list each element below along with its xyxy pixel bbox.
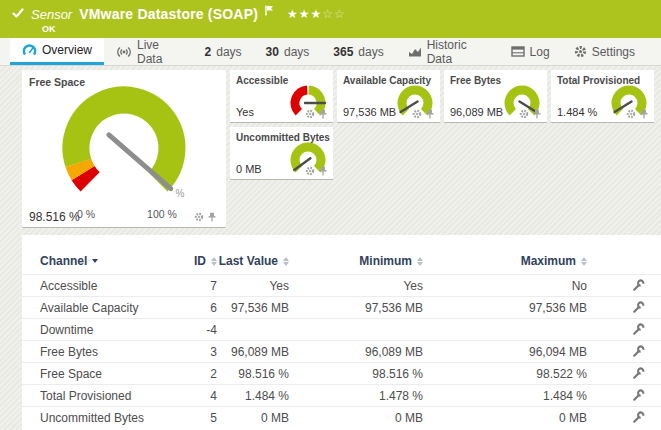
column-label: Maximum (521, 254, 576, 268)
cell-last: 97,536 MB (217, 301, 289, 315)
channel-table-body: Accessible7YesYesNoAvailable Capacity697… (22, 274, 661, 428)
column-header-id[interactable]: ID (162, 254, 217, 268)
log-icon (511, 46, 525, 57)
historic-data-icon (408, 46, 422, 57)
sensor-header: Sensor VMware Datastore (SOAP) ★★★☆☆ OK (0, 0, 661, 38)
wrench-icon[interactable] (632, 345, 645, 358)
object-kind-label: Sensor (31, 7, 72, 22)
pin-icon[interactable] (639, 109, 649, 119)
priority-stars[interactable]: ★★★☆☆ (287, 7, 346, 21)
channel-table-header: ChannelIDLast ValueMinimumMaximum (22, 248, 661, 274)
cell-actions (587, 345, 661, 358)
pin-icon[interactable] (207, 212, 217, 222)
pin-icon[interactable] (318, 166, 328, 176)
gauge-icon (22, 44, 37, 56)
tab-bar: OverviewLive Data2days30days365daysHisto… (0, 38, 661, 66)
column-header-channel[interactable]: Channel (40, 254, 162, 268)
column-header-min[interactable]: Minimum (289, 254, 423, 268)
cell-channel[interactable]: Downtime (40, 323, 162, 337)
status-check-icon (12, 5, 24, 23)
gauge-scale-label: % (175, 188, 184, 199)
tab-number: 30 (266, 45, 279, 59)
gear-icon[interactable] (305, 166, 315, 176)
tab-2-days[interactable]: 2days (193, 38, 254, 65)
table-row: Free Space298.516 %98.516 %98.522 % (22, 362, 661, 384)
cell-id: -4 (162, 323, 217, 337)
gear-icon[interactable] (412, 109, 422, 119)
cell-channel[interactable]: Free Bytes (40, 345, 162, 359)
cell-max: No (423, 279, 587, 293)
stars-empty: ☆☆ (322, 7, 346, 21)
gear-icon[interactable] (305, 109, 315, 119)
tab-label: Overview (42, 43, 92, 57)
gauge-uncommitted-bytes: Uncommitted Bytes0 MB (230, 127, 333, 180)
gauge-value: 0 MB (236, 163, 262, 175)
tab-log[interactable]: Log (499, 38, 562, 65)
table-row: Free Bytes396,089 MB96,089 MB96,094 MB (22, 340, 661, 362)
wrench-icon[interactable] (632, 367, 645, 380)
gauge-value: 96,089 MB (450, 106, 503, 118)
cell-id: 3 (162, 345, 217, 359)
tab-settings[interactable]: Settings (562, 38, 647, 65)
wrench-icon[interactable] (632, 301, 645, 314)
cell-actions (587, 323, 661, 336)
column-label: Last Value (219, 254, 278, 268)
tab-label: days (216, 45, 241, 59)
gauge-value: 1.484 % (557, 106, 597, 118)
gauge-free-bytes: Free Bytes96,089 MB (444, 70, 547, 123)
live-data-icon (116, 46, 132, 58)
channel-table: ChannelIDLast ValueMinimumMaximum Access… (22, 235, 661, 430)
cell-last: 1.484 % (217, 389, 289, 403)
cell-channel[interactable]: Uncommitted Bytes (40, 411, 162, 425)
cell-channel[interactable]: Available Capacity (40, 301, 162, 315)
flag-icon[interactable] (265, 2, 274, 20)
tab-historic-data[interactable]: Historic Data (396, 38, 499, 65)
wrench-icon[interactable] (632, 279, 645, 292)
cell-last: 0 MB (217, 411, 289, 425)
cell-min: 98.516 % (289, 367, 423, 381)
cell-max: 97,536 MB (423, 301, 587, 315)
tab-label: Log (530, 45, 550, 59)
wrench-icon[interactable] (632, 411, 645, 424)
overview-content: Free Space %0 %100 % 98.516 % Accessible… (0, 66, 661, 430)
pin-icon[interactable] (425, 109, 435, 119)
cell-channel[interactable]: Free Space (40, 367, 162, 381)
table-row: Total Provisioned41.484 %1.478 %1.484 % (22, 384, 661, 406)
pin-icon[interactable] (318, 109, 328, 119)
gear-icon[interactable] (194, 212, 204, 222)
cell-actions (587, 301, 661, 314)
cell-min: 0 MB (289, 411, 423, 425)
wrench-icon[interactable] (632, 323, 645, 336)
gauge-value: 97,536 MB (343, 106, 396, 118)
free-space-gauge-dial: %0 %100 % (28, 82, 220, 222)
tab-label: days (358, 45, 383, 59)
sort-desc-icon (92, 259, 98, 263)
cell-channel[interactable]: Accessible (40, 279, 162, 293)
cell-last: 96,089 MB (217, 345, 289, 359)
cell-channel[interactable]: Total Provisioned (40, 389, 162, 403)
tab-365-days[interactable]: 365days (321, 38, 395, 65)
gauge-free-space: Free Space %0 %100 % 98.516 % (22, 70, 226, 228)
tab-30-days[interactable]: 30days (254, 38, 322, 65)
column-label: ID (194, 254, 206, 268)
cell-id: 5 (162, 411, 217, 425)
status-badge: OK (42, 24, 649, 34)
wrench-icon[interactable] (632, 389, 645, 402)
gauge-title: Accessible (236, 75, 288, 86)
gauge-value: 98.516 % (29, 210, 80, 224)
gauge-section: Free Space %0 %100 % 98.516 % Accessible… (22, 70, 661, 228)
column-header-last[interactable]: Last Value (217, 254, 289, 268)
column-header-max[interactable]: Maximum (423, 254, 587, 268)
cell-max: 1.484 % (423, 389, 587, 403)
pin-icon[interactable] (532, 109, 542, 119)
gear-icon[interactable] (519, 109, 529, 119)
tab-label: Settings (592, 45, 635, 59)
gear-icon[interactable] (626, 109, 636, 119)
cell-actions (587, 411, 661, 424)
cell-actions (587, 367, 661, 380)
cell-actions (587, 389, 661, 402)
gauge-accessible: AccessibleYes (230, 70, 333, 123)
tab-live-data[interactable]: Live Data (104, 38, 193, 65)
tab-overview[interactable]: Overview (10, 38, 104, 65)
cell-min: Yes (289, 279, 423, 293)
